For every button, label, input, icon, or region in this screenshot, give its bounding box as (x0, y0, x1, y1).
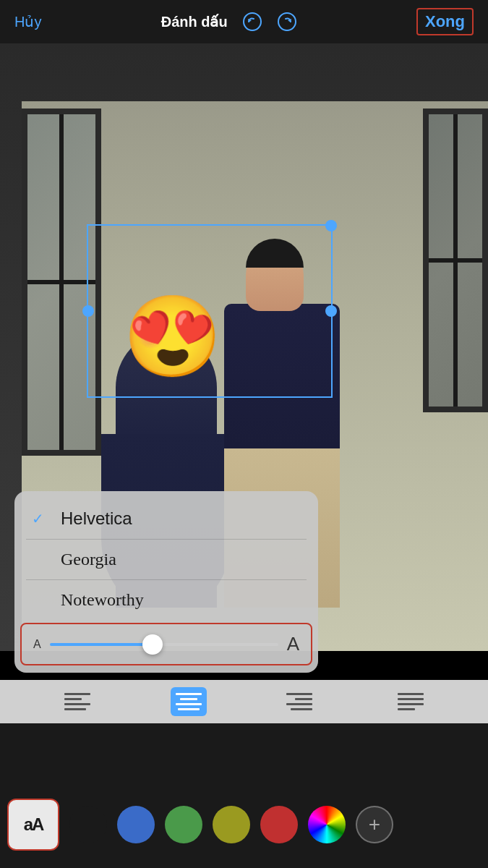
title-area: Đánh dấu (161, 12, 297, 32)
font-name-georgia: Georgia (61, 550, 116, 569)
align-left-button[interactable] (59, 687, 95, 716)
font-item-georgia[interactable]: ✓ Georgia (14, 540, 318, 579)
add-color-button[interactable]: + (356, 806, 393, 843)
window-right (423, 109, 488, 412)
font-picker-panel: ✓ Helvetica ✓ Georgia ✓ Noteworthy A A (14, 491, 318, 673)
handle-top-right[interactable] (325, 220, 337, 231)
handle-left[interactable] (82, 305, 94, 317)
svg-point-2 (278, 13, 296, 30)
size-a-small: A (33, 638, 41, 651)
font-name-noteworthy: Noteworthy (61, 590, 144, 610)
size-slider-track[interactable] (50, 643, 278, 646)
font-item-noteworthy[interactable]: ✓ Noteworthy (14, 580, 318, 620)
color-swatch-black[interactable] (69, 806, 107, 843)
checkmark-icon: ✓ (32, 510, 49, 527)
alignment-row (0, 680, 488, 723)
size-slider-row: A A (20, 623, 312, 665)
align-justify-icon (398, 693, 424, 710)
selection-box[interactable] (87, 224, 333, 398)
svg-point-0 (244, 13, 261, 30)
size-a-large: A (287, 633, 299, 655)
font-button[interactable]: aA (7, 799, 59, 851)
color-row: aA + (0, 796, 488, 854)
color-swatch-red[interactable] (260, 806, 298, 843)
font-name-helvetica: Helvetica (61, 509, 132, 529)
bottom-bar: aA + (0, 723, 488, 868)
top-bar: Hủy Đánh dấu Xong (0, 0, 488, 43)
align-right-button[interactable] (281, 687, 317, 716)
undo-button[interactable] (242, 12, 262, 32)
font-item-helvetica[interactable]: ✓ Helvetica (14, 498, 318, 539)
page-title: Đánh dấu (161, 13, 228, 30)
color-swatch-blue[interactable] (117, 806, 155, 843)
handle-right[interactable] (325, 305, 337, 317)
size-slider-thumb[interactable] (142, 634, 163, 655)
color-swatch-rainbow[interactable] (308, 806, 346, 843)
add-icon: + (369, 813, 380, 836)
align-left-icon (64, 693, 90, 710)
redo-button[interactable] (277, 12, 297, 32)
align-right-icon (286, 693, 312, 710)
cancel-button[interactable]: Hủy (14, 13, 41, 30)
color-swatch-olive[interactable] (213, 806, 250, 843)
done-button[interactable]: Xong (416, 8, 474, 35)
font-button-label: aA (24, 814, 43, 835)
align-justify-button[interactable] (393, 687, 429, 716)
align-center-icon (176, 693, 202, 710)
align-center-button[interactable] (171, 687, 207, 716)
color-swatch-green[interactable] (165, 806, 202, 843)
